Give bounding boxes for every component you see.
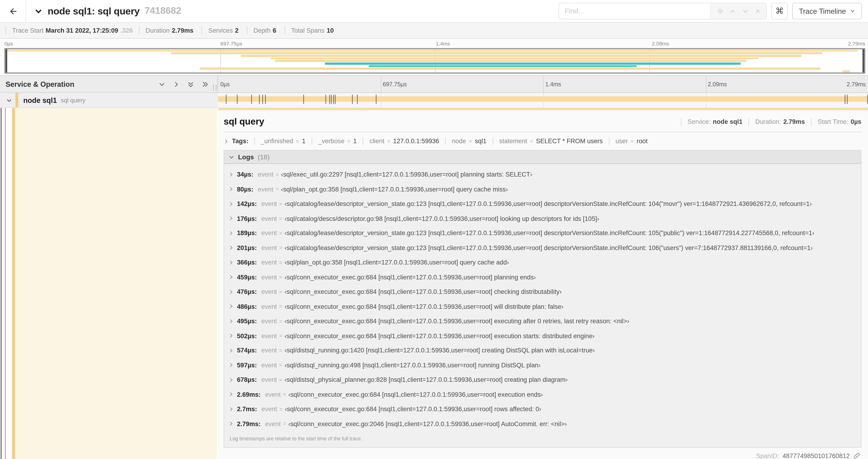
log-entry-row[interactable]: 189µs: event = ‹sql/catalog/lease/descri… [224,226,861,240]
summary-value: 2.79ms [172,27,193,34]
minimap-canvas[interactable] [4,48,865,73]
log-expander-chevron-icon[interactable] [229,187,234,192]
log-expander-chevron-icon[interactable] [229,406,234,412]
left-gutter-line [0,108,1,459]
span-bar-cell[interactable] [218,93,868,108]
log-field-value: ‹sql/plan_opt.go:358 [nsql1,client=127.0… [285,259,509,266]
log-entry-row[interactable]: 2.69ms: event = ‹sql/conn_executor_exec.… [224,387,861,402]
clear-search-icon[interactable] [754,8,761,14]
log-entry-row[interactable]: 366µs: event = ‹sql/plan_opt.go:358 [nsq… [224,255,861,270]
tags-expander-chevron-icon[interactable] [223,138,228,143]
summary-value: March 31 2022, 17:25:09 [46,27,118,34]
log-expander-chevron-icon[interactable] [229,172,234,177]
log-expander-chevron-icon[interactable] [229,333,234,338]
log-marker-tick[interactable] [867,95,868,104]
log-expander-chevron-icon[interactable] [229,304,234,309]
viewport-right-handle[interactable] [862,49,864,72]
column-resize-handle[interactable] [213,85,216,91]
viewport-left-handle[interactable] [6,49,7,72]
command-icon: ⌘ [775,6,784,16]
span-name-cell[interactable]: node sql1 sql query [0,93,218,108]
log-entry-row[interactable]: 495µs: event = ‹sql/conn_executor_exec.g… [224,314,861,328]
tag-equals: = [530,138,533,144]
log-field-key: event [261,406,277,412]
log-entry-row[interactable]: 459µs: event = ‹sql/conn_executor_exec.g… [224,270,861,285]
view-select-button[interactable]: Trace Timeline [792,3,862,19]
log-marker-tick[interactable] [237,95,237,104]
log-timestamp: 189µs: [237,230,257,236]
log-expander-chevron-icon[interactable] [229,216,234,221]
log-marker-tick[interactable] [325,95,326,104]
log-entry-row[interactable]: 574µs: event = ‹sql/distsql_running.go:1… [224,343,861,358]
log-entry-row[interactable]: 80µs: event = ‹sql/plan_opt.go:358 [nsql… [224,182,861,196]
log-expander-chevron-icon[interactable] [229,363,234,368]
back-button[interactable] [0,0,26,22]
log-marker-tick[interactable] [303,95,304,104]
detail-meta-value: 0µs [850,118,861,125]
log-entry-row[interactable]: 201µs: event = ‹sql/catalog/lease/descri… [224,240,861,255]
log-expander-chevron-icon[interactable] [229,348,234,353]
log-entry-row[interactable]: 34µs: event = ‹sql/exec_util.go:2297 [ns… [224,167,861,182]
expand-all-icon[interactable] [202,80,209,88]
prev-match-icon[interactable] [729,7,736,15]
next-match-icon[interactable] [742,7,749,15]
log-expander-chevron-icon[interactable] [229,260,234,265]
log-expander-chevron-icon[interactable] [229,245,234,250]
log-field-key: event [258,171,274,178]
log-marker-tick[interactable] [376,95,377,104]
log-marker-tick[interactable] [352,95,352,104]
log-marker-tick[interactable] [333,95,334,104]
log-expander-chevron-icon[interactable] [229,231,234,236]
collapse-children-chevron-icon[interactable] [6,97,12,103]
collapse-one-icon[interactable] [158,80,166,88]
log-expander-chevron-icon[interactable] [229,289,234,294]
log-expander-chevron-icon[interactable] [229,421,234,426]
logs-collapse-chevron-icon[interactable] [229,154,234,160]
log-entry-row[interactable]: 502µs: event = ‹sql/conn_executor_exec.g… [224,328,861,343]
log-marker-tick[interactable] [331,95,332,104]
log-expander-chevron-icon[interactable] [229,274,234,280]
detail-meta-label: Start Time: [817,118,848,125]
expand-one-icon[interactable] [173,80,180,88]
find-input[interactable] [559,3,711,19]
log-expander-chevron-icon[interactable] [229,201,234,206]
log-entry-row[interactable]: 476µs: event = ‹sql/conn_executor_exec.g… [224,284,861,299]
log-entry-row[interactable]: 2.7ms: event = ‹sql/conn_executor_exec.g… [224,402,861,416]
log-entry-row[interactable]: 597µs: event = ‹sql/distsql_running.go:4… [224,358,861,372]
divider [247,27,247,34]
span-duration-bar[interactable] [218,96,868,102]
log-timestamp: 597µs: [237,362,257,368]
log-marker-tick[interactable] [845,95,845,104]
collapse-trace-chevron-icon[interactable] [34,7,43,15]
ruler-tick: 0µs [220,81,230,87]
log-marker-tick[interactable] [226,95,226,104]
log-equals: = [279,377,282,383]
log-marker-tick[interactable] [335,95,336,104]
log-expander-chevron-icon[interactable] [229,319,234,324]
log-timestamp: 80µs: [237,186,253,192]
log-marker-tick[interactable] [265,95,265,104]
log-entry-row[interactable]: 678µs: event = ‹sql/distsql_physical_pla… [224,372,861,387]
log-marker-tick[interactable] [251,95,252,104]
keyboard-shortcuts-button[interactable]: ⌘ [771,3,788,19]
log-marker-tick[interactable] [329,95,330,104]
log-entry-row[interactable]: 142µs: event = ‹sql/catalog/lease/descri… [224,196,861,211]
tag-equals: = [347,138,350,144]
log-field-key: event [265,391,281,398]
collapse-all-icon[interactable] [187,80,194,88]
log-marker-tick[interactable] [357,95,358,104]
deep-link-icon[interactable] [853,452,860,459]
log-marker-tick[interactable] [262,95,263,104]
log-expander-chevron-icon[interactable] [229,377,234,382]
log-marker-tick[interactable] [847,95,848,104]
log-entry-row[interactable]: 176µs: event = ‹sql/catalog/descs/descri… [224,211,861,226]
log-marker-tick[interactable] [259,95,259,104]
logs-header[interactable]: Logs (18) [224,151,861,164]
log-entry-row[interactable]: 486µs: event = ‹sql/conn_executor_exec.g… [224,299,861,314]
span-service-name: node sql1 [23,96,57,104]
log-entry-row[interactable]: 2.79ms: event = ‹sql/conn_executor_exec.… [224,416,861,431]
minimap-span-row [6,57,864,60]
tags-section[interactable]: Tags: _unfinished = 1 _verbose [218,132,868,150]
focus-match-icon[interactable] [716,7,724,15]
log-expander-chevron-icon[interactable] [229,392,234,397]
